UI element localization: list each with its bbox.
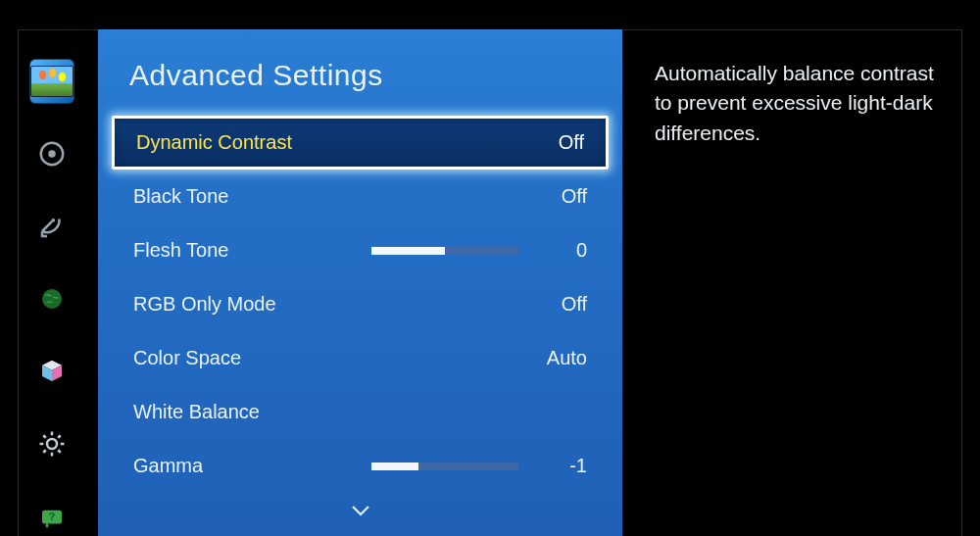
row-gamma[interactable]: Gamma -1 <box>98 439 622 493</box>
rail-smart[interactable] <box>29 276 74 321</box>
svg-point-1 <box>48 150 56 158</box>
row-value: Off <box>533 131 584 154</box>
slider-fill <box>371 463 418 470</box>
scroll-down-indicator[interactable] <box>98 493 622 524</box>
row-label: White Balance <box>133 401 260 423</box>
svg-line-12 <box>58 435 61 438</box>
svg-point-3 <box>42 289 62 309</box>
row-white-balance[interactable]: White Balance <box>98 385 622 439</box>
settings-panel: Advanced Settings Dynamic Contrast Off B… <box>98 29 622 536</box>
slider-fill <box>371 247 445 255</box>
row-label: Flesh Tone <box>133 239 228 262</box>
slider-track[interactable] <box>371 247 518 255</box>
support-icon: ? <box>37 502 67 531</box>
rail-sound[interactable] <box>29 131 74 176</box>
globe-icon <box>37 284 67 314</box>
tv-settings-screen: ? Advanced Settings Dynamic Contrast Off… <box>0 0 980 536</box>
rail-support[interactable]: ? <box>29 494 74 536</box>
svg-line-9 <box>43 435 46 438</box>
row-black-tone[interactable]: Black Tone Off <box>98 170 622 223</box>
chevron-down-icon <box>349 503 372 518</box>
row-flesh-tone[interactable]: Flesh Tone 0 <box>98 223 622 277</box>
cube-icon <box>37 357 67 386</box>
svg-point-4 <box>47 439 57 449</box>
row-value: -1 <box>536 455 587 477</box>
category-rail: ? <box>18 59 86 536</box>
svg-line-11 <box>43 450 46 453</box>
gear-icon <box>37 429 67 459</box>
row-dynamic-contrast[interactable]: Dynamic Contrast Off <box>112 116 609 170</box>
row-label: RGB Only Mode <box>133 293 276 316</box>
picture-icon <box>30 66 74 97</box>
row-value: 0 <box>536 239 587 262</box>
row-value: Auto <box>536 347 587 369</box>
svg-point-2 <box>51 219 55 222</box>
help-description: Automatically balance contrast to preven… <box>655 59 939 148</box>
panel-title: Advanced Settings <box>98 59 622 116</box>
dish-icon <box>37 212 67 241</box>
row-rgb-only-mode[interactable]: RGB Only Mode Off <box>98 277 622 331</box>
rail-network[interactable] <box>29 204 74 249</box>
settings-list: Dynamic Contrast Off Black Tone Off Fles… <box>98 116 622 493</box>
svg-line-10 <box>58 450 61 453</box>
row-label: Dynamic Contrast <box>136 131 292 154</box>
svg-text:?: ? <box>49 511 56 522</box>
rail-system[interactable] <box>29 421 74 466</box>
row-value: Off <box>536 185 587 208</box>
row-label: Gamma <box>133 455 203 477</box>
rail-picture[interactable] <box>29 59 74 104</box>
row-color-space[interactable]: Color Space Auto <box>98 331 622 385</box>
row-value: Off <box>536 293 587 316</box>
row-label: Color Space <box>133 347 241 369</box>
rail-cube[interactable] <box>29 349 74 394</box>
row-label: Black Tone <box>133 185 228 208</box>
speaker-icon <box>37 139 67 169</box>
slider-track[interactable] <box>371 463 518 470</box>
